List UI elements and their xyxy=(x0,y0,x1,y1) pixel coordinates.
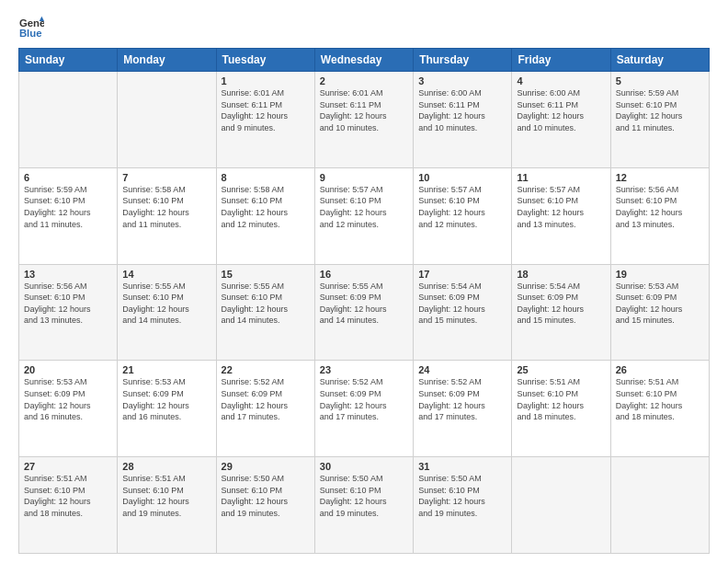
week-row-1: 1Sunrise: 6:01 AM Sunset: 6:11 PM Daylig… xyxy=(19,72,710,168)
week-row-5: 27Sunrise: 5:51 AM Sunset: 6:10 PM Dayli… xyxy=(19,457,710,554)
day-info: Sunrise: 5:51 AM Sunset: 6:10 PM Dayligh… xyxy=(122,473,210,519)
day-number: 31 xyxy=(418,461,506,472)
header: General Blue xyxy=(18,15,710,40)
day-info: Sunrise: 6:00 AM Sunset: 6:11 PM Dayligh… xyxy=(418,87,506,133)
calendar-cell: 12Sunrise: 5:56 AM Sunset: 6:10 PM Dayli… xyxy=(610,167,709,264)
day-info: Sunrise: 5:51 AM Sunset: 6:10 PM Dayligh… xyxy=(517,376,605,422)
day-number: 14 xyxy=(122,269,210,280)
day-number: 18 xyxy=(517,269,605,280)
weekday-header-saturday: Saturday xyxy=(610,49,709,72)
calendar-cell: 2Sunrise: 6:01 AM Sunset: 6:11 PM Daylig… xyxy=(314,72,413,168)
day-info: Sunrise: 5:54 AM Sunset: 6:09 PM Dayligh… xyxy=(418,281,506,327)
calendar-cell xyxy=(19,72,118,168)
weekday-header-sunday: Sunday xyxy=(19,49,118,72)
day-number: 17 xyxy=(418,269,506,280)
day-number: 27 xyxy=(24,461,112,472)
day-info: Sunrise: 5:56 AM Sunset: 6:10 PM Dayligh… xyxy=(24,281,112,327)
day-number: 4 xyxy=(517,75,605,86)
weekday-header-monday: Monday xyxy=(118,49,216,72)
calendar-cell: 11Sunrise: 5:57 AM Sunset: 6:10 PM Dayli… xyxy=(512,167,610,264)
day-info: Sunrise: 5:55 AM Sunset: 6:09 PM Dayligh… xyxy=(320,281,408,327)
week-row-4: 20Sunrise: 5:53 AM Sunset: 6:09 PM Dayli… xyxy=(19,361,710,457)
day-number: 13 xyxy=(24,269,112,280)
calendar-cell: 28Sunrise: 5:51 AM Sunset: 6:10 PM Dayli… xyxy=(118,457,216,554)
day-info: Sunrise: 5:53 AM Sunset: 6:09 PM Dayligh… xyxy=(24,376,112,422)
day-info: Sunrise: 5:57 AM Sunset: 6:10 PM Dayligh… xyxy=(517,184,605,230)
day-info: Sunrise: 6:00 AM Sunset: 6:11 PM Dayligh… xyxy=(517,87,605,133)
calendar-cell: 22Sunrise: 5:52 AM Sunset: 6:09 PM Dayli… xyxy=(216,361,314,457)
calendar-cell: 10Sunrise: 5:57 AM Sunset: 6:10 PM Dayli… xyxy=(414,167,512,264)
calendar-cell xyxy=(512,457,610,554)
calendar-cell xyxy=(610,457,709,554)
day-number: 8 xyxy=(222,172,310,183)
calendar-cell: 24Sunrise: 5:52 AM Sunset: 6:09 PM Dayli… xyxy=(414,361,512,457)
calendar-cell: 14Sunrise: 5:55 AM Sunset: 6:10 PM Dayli… xyxy=(118,264,216,361)
calendar-table: SundayMondayTuesdayWednesdayThursdayFrid… xyxy=(18,48,710,554)
day-info: Sunrise: 5:53 AM Sunset: 6:09 PM Dayligh… xyxy=(122,376,210,422)
calendar-cell: 17Sunrise: 5:54 AM Sunset: 6:09 PM Dayli… xyxy=(414,264,512,361)
calendar-cell: 4Sunrise: 6:00 AM Sunset: 6:11 PM Daylig… xyxy=(512,72,610,168)
calendar-cell: 16Sunrise: 5:55 AM Sunset: 6:09 PM Dayli… xyxy=(314,264,413,361)
day-number: 3 xyxy=(418,75,506,86)
calendar-cell: 20Sunrise: 5:53 AM Sunset: 6:09 PM Dayli… xyxy=(19,361,118,457)
day-number: 1 xyxy=(222,75,310,86)
day-number: 11 xyxy=(517,172,605,183)
day-info: Sunrise: 5:51 AM Sunset: 6:10 PM Dayligh… xyxy=(24,473,112,519)
weekday-header-friday: Friday xyxy=(512,49,610,72)
day-number: 12 xyxy=(616,172,704,183)
day-number: 28 xyxy=(122,461,210,472)
day-number: 23 xyxy=(320,364,408,375)
calendar-cell: 18Sunrise: 5:54 AM Sunset: 6:09 PM Dayli… xyxy=(512,264,610,361)
day-number: 16 xyxy=(320,269,408,280)
calendar-cell xyxy=(118,72,216,168)
calendar-cell: 19Sunrise: 5:53 AM Sunset: 6:09 PM Dayli… xyxy=(610,264,709,361)
day-info: Sunrise: 5:59 AM Sunset: 6:10 PM Dayligh… xyxy=(24,184,112,230)
calendar-cell: 23Sunrise: 5:52 AM Sunset: 6:09 PM Dayli… xyxy=(314,361,413,457)
calendar-cell: 15Sunrise: 5:55 AM Sunset: 6:10 PM Dayli… xyxy=(216,264,314,361)
week-row-2: 6Sunrise: 5:59 AM Sunset: 6:10 PM Daylig… xyxy=(19,167,710,264)
logo: General Blue xyxy=(18,15,44,40)
calendar-cell: 21Sunrise: 5:53 AM Sunset: 6:09 PM Dayli… xyxy=(118,361,216,457)
calendar-cell: 27Sunrise: 5:51 AM Sunset: 6:10 PM Dayli… xyxy=(19,457,118,554)
day-info: Sunrise: 6:01 AM Sunset: 6:11 PM Dayligh… xyxy=(320,87,408,133)
day-number: 20 xyxy=(24,364,112,375)
calendar-cell: 26Sunrise: 5:51 AM Sunset: 6:10 PM Dayli… xyxy=(610,361,709,457)
day-info: Sunrise: 5:52 AM Sunset: 6:09 PM Dayligh… xyxy=(418,376,506,422)
weekday-header-tuesday: Tuesday xyxy=(216,49,314,72)
day-number: 2 xyxy=(320,75,408,86)
calendar-cell: 3Sunrise: 6:00 AM Sunset: 6:11 PM Daylig… xyxy=(414,72,512,168)
weekday-header-thursday: Thursday xyxy=(414,49,512,72)
day-info: Sunrise: 5:58 AM Sunset: 6:10 PM Dayligh… xyxy=(122,184,210,230)
calendar-cell: 29Sunrise: 5:50 AM Sunset: 6:10 PM Dayli… xyxy=(216,457,314,554)
day-number: 29 xyxy=(222,461,310,472)
day-number: 26 xyxy=(616,364,704,375)
day-number: 24 xyxy=(418,364,506,375)
calendar-cell: 7Sunrise: 5:58 AM Sunset: 6:10 PM Daylig… xyxy=(118,167,216,264)
calendar-cell: 8Sunrise: 5:58 AM Sunset: 6:10 PM Daylig… xyxy=(216,167,314,264)
day-number: 21 xyxy=(122,364,210,375)
day-number: 30 xyxy=(320,461,408,472)
calendar-cell: 1Sunrise: 6:01 AM Sunset: 6:11 PM Daylig… xyxy=(216,72,314,168)
day-info: Sunrise: 5:50 AM Sunset: 6:10 PM Dayligh… xyxy=(222,473,310,519)
day-info: Sunrise: 5:51 AM Sunset: 6:10 PM Dayligh… xyxy=(616,376,704,422)
day-number: 9 xyxy=(320,172,408,183)
day-number: 5 xyxy=(616,75,704,86)
svg-text:Blue: Blue xyxy=(19,28,42,39)
calendar-cell: 31Sunrise: 5:50 AM Sunset: 6:10 PM Dayli… xyxy=(414,457,512,554)
day-info: Sunrise: 5:50 AM Sunset: 6:10 PM Dayligh… xyxy=(418,473,506,519)
day-info: Sunrise: 5:59 AM Sunset: 6:10 PM Dayligh… xyxy=(616,87,704,133)
day-info: Sunrise: 5:57 AM Sunset: 6:10 PM Dayligh… xyxy=(320,184,408,230)
weekday-header-wednesday: Wednesday xyxy=(314,49,413,72)
calendar-cell: 30Sunrise: 5:50 AM Sunset: 6:10 PM Dayli… xyxy=(314,457,413,554)
day-number: 25 xyxy=(517,364,605,375)
calendar-cell: 25Sunrise: 5:51 AM Sunset: 6:10 PM Dayli… xyxy=(512,361,610,457)
day-info: Sunrise: 5:53 AM Sunset: 6:09 PM Dayligh… xyxy=(616,281,704,327)
day-info: Sunrise: 5:50 AM Sunset: 6:10 PM Dayligh… xyxy=(320,473,408,519)
day-number: 7 xyxy=(122,172,210,183)
page: General Blue SundayMondayTuesdayWednesda… xyxy=(0,0,728,563)
logo-icon: General Blue xyxy=(18,15,44,40)
day-number: 10 xyxy=(418,172,506,183)
day-number: 19 xyxy=(616,269,704,280)
weekday-header-row: SundayMondayTuesdayWednesdayThursdayFrid… xyxy=(19,49,710,72)
week-row-3: 13Sunrise: 5:56 AM Sunset: 6:10 PM Dayli… xyxy=(19,264,710,361)
